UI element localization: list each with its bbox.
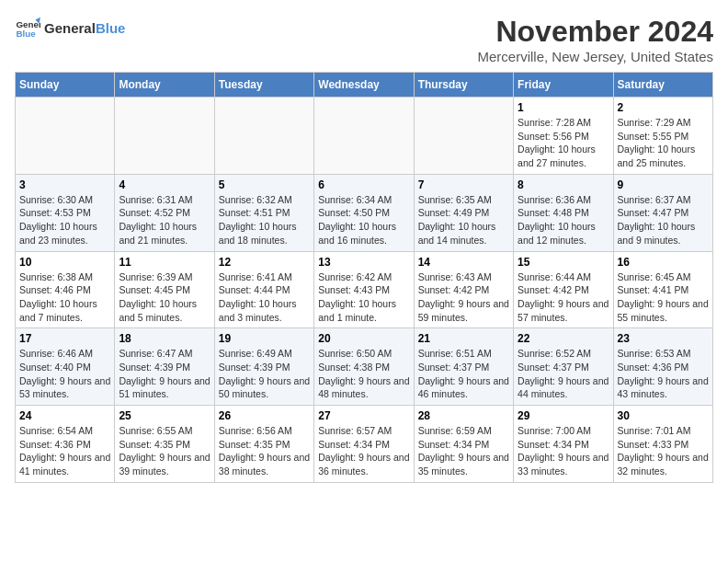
calendar-cell: 21Sunrise: 6:51 AM Sunset: 4:37 PM Dayli…	[414, 328, 513, 406]
day-number: 29	[518, 409, 609, 422]
column-header-saturday: Saturday	[613, 73, 712, 98]
day-info: Sunrise: 6:42 AM Sunset: 4:43 PM Dayligh…	[318, 270, 409, 325]
calendar-cell: 24Sunrise: 6:54 AM Sunset: 4:36 PM Dayli…	[16, 406, 115, 483]
logo-icon: General Blue	[15, 15, 40, 40]
day-number: 24	[19, 409, 110, 422]
logo-blue: Blue	[96, 20, 126, 36]
calendar-cell: 17Sunrise: 6:46 AM Sunset: 4:40 PM Dayli…	[16, 328, 115, 406]
calendar-cell: 7Sunrise: 6:35 AM Sunset: 4:49 PM Daylig…	[414, 174, 513, 251]
calendar-cell: 22Sunrise: 6:52 AM Sunset: 4:37 PM Dayli…	[514, 328, 613, 406]
calendar-cell: 9Sunrise: 6:37 AM Sunset: 4:47 PM Daylig…	[613, 174, 712, 251]
day-number: 15	[518, 256, 609, 269]
calendar-cell	[115, 98, 214, 175]
day-number: 27	[318, 409, 409, 422]
day-info: Sunrise: 6:55 AM Sunset: 4:35 PM Dayligh…	[119, 424, 210, 478]
day-number: 10	[19, 256, 110, 269]
calendar-cell: 27Sunrise: 6:57 AM Sunset: 4:34 PM Dayli…	[314, 406, 414, 483]
calendar-cell: 8Sunrise: 6:36 AM Sunset: 4:48 PM Daylig…	[514, 174, 613, 251]
calendar-cell: 5Sunrise: 6:32 AM Sunset: 4:51 PM Daylig…	[214, 174, 313, 251]
day-info: Sunrise: 6:35 AM Sunset: 4:49 PM Dayligh…	[418, 193, 509, 247]
day-info: Sunrise: 7:00 AM Sunset: 4:34 PM Dayligh…	[518, 424, 609, 478]
day-number: 30	[618, 409, 709, 422]
day-number: 7	[418, 178, 509, 191]
calendar-header-row: SundayMondayTuesdayWednesdayThursdayFrid…	[16, 73, 713, 98]
day-info: Sunrise: 6:38 AM Sunset: 4:46 PM Dayligh…	[19, 270, 110, 325]
day-info: Sunrise: 6:39 AM Sunset: 4:45 PM Dayligh…	[119, 270, 210, 325]
column-header-monday: Monday	[115, 73, 214, 98]
calendar-cell	[16, 98, 115, 175]
day-info: Sunrise: 6:50 AM Sunset: 4:38 PM Dayligh…	[318, 347, 409, 401]
day-info: Sunrise: 6:36 AM Sunset: 4:48 PM Dayligh…	[518, 193, 609, 247]
calendar-cell: 10Sunrise: 6:38 AM Sunset: 4:46 PM Dayli…	[16, 251, 115, 328]
logo-general: General	[44, 20, 96, 36]
calendar-cell: 4Sunrise: 6:31 AM Sunset: 4:52 PM Daylig…	[115, 174, 214, 251]
day-info: Sunrise: 6:59 AM Sunset: 4:34 PM Dayligh…	[418, 424, 509, 478]
day-number: 4	[119, 178, 210, 191]
column-header-thursday: Thursday	[414, 73, 513, 98]
day-info: Sunrise: 6:49 AM Sunset: 4:39 PM Dayligh…	[219, 347, 310, 401]
day-number: 17	[19, 332, 110, 345]
calendar-cell: 18Sunrise: 6:47 AM Sunset: 4:39 PM Dayli…	[115, 328, 214, 406]
calendar-cell: 2Sunrise: 7:29 AM Sunset: 5:55 PM Daylig…	[613, 98, 712, 175]
day-number: 9	[618, 178, 709, 191]
day-info: Sunrise: 6:52 AM Sunset: 4:37 PM Dayligh…	[518, 347, 609, 401]
day-info: Sunrise: 6:31 AM Sunset: 4:52 PM Dayligh…	[119, 193, 210, 247]
logo: General Blue GeneralBlue	[15, 15, 125, 40]
day-info: Sunrise: 6:46 AM Sunset: 4:40 PM Dayligh…	[19, 347, 110, 401]
day-info: Sunrise: 6:53 AM Sunset: 4:36 PM Dayligh…	[618, 347, 709, 401]
column-header-wednesday: Wednesday	[314, 73, 414, 98]
calendar-cell: 14Sunrise: 6:43 AM Sunset: 4:42 PM Dayli…	[414, 251, 513, 328]
day-info: Sunrise: 7:29 AM Sunset: 5:55 PM Dayligh…	[618, 116, 709, 170]
column-header-friday: Friday	[514, 73, 613, 98]
day-number: 11	[119, 256, 210, 269]
column-header-tuesday: Tuesday	[214, 73, 313, 98]
calendar-cell: 13Sunrise: 6:42 AM Sunset: 4:43 PM Dayli…	[314, 251, 414, 328]
day-number: 8	[518, 178, 609, 191]
day-info: Sunrise: 6:51 AM Sunset: 4:37 PM Dayligh…	[418, 347, 509, 401]
day-info: Sunrise: 6:32 AM Sunset: 4:51 PM Dayligh…	[219, 193, 310, 247]
week-row-1: 1Sunrise: 7:28 AM Sunset: 5:56 PM Daylig…	[16, 98, 713, 175]
page-header: General Blue GeneralBlue November 2024 M…	[15, 15, 713, 64]
day-info: Sunrise: 6:54 AM Sunset: 4:36 PM Dayligh…	[19, 424, 110, 478]
day-number: 5	[219, 178, 310, 191]
day-number: 16	[618, 256, 709, 269]
calendar-cell	[414, 98, 513, 175]
calendar-cell: 11Sunrise: 6:39 AM Sunset: 4:45 PM Dayli…	[115, 251, 214, 328]
day-number: 22	[518, 332, 609, 345]
week-row-3: 10Sunrise: 6:38 AM Sunset: 4:46 PM Dayli…	[16, 251, 713, 328]
day-info: Sunrise: 6:56 AM Sunset: 4:35 PM Dayligh…	[219, 424, 310, 478]
day-number: 26	[219, 409, 310, 422]
calendar-cell	[314, 98, 414, 175]
calendar-cell: 25Sunrise: 6:55 AM Sunset: 4:35 PM Dayli…	[115, 406, 214, 483]
day-number: 18	[119, 332, 210, 345]
calendar-cell: 19Sunrise: 6:49 AM Sunset: 4:39 PM Dayli…	[214, 328, 313, 406]
calendar-cell: 6Sunrise: 6:34 AM Sunset: 4:50 PM Daylig…	[314, 174, 414, 251]
day-info: Sunrise: 7:28 AM Sunset: 5:56 PM Dayligh…	[518, 116, 609, 170]
day-number: 19	[219, 332, 310, 345]
day-info: Sunrise: 6:44 AM Sunset: 4:42 PM Dayligh…	[518, 270, 609, 325]
calendar-cell: 12Sunrise: 6:41 AM Sunset: 4:44 PM Dayli…	[214, 251, 313, 328]
calendar-cell: 29Sunrise: 7:00 AM Sunset: 4:34 PM Dayli…	[514, 406, 613, 483]
day-info: Sunrise: 6:34 AM Sunset: 4:50 PM Dayligh…	[318, 193, 409, 247]
month-title: November 2024	[478, 15, 713, 49]
day-number: 13	[318, 256, 409, 269]
calendar-cell: 15Sunrise: 6:44 AM Sunset: 4:42 PM Dayli…	[514, 251, 613, 328]
column-header-sunday: Sunday	[16, 73, 115, 98]
day-info: Sunrise: 6:45 AM Sunset: 4:41 PM Dayligh…	[618, 270, 709, 325]
day-number: 3	[19, 178, 110, 191]
day-info: Sunrise: 6:57 AM Sunset: 4:34 PM Dayligh…	[318, 424, 409, 478]
svg-text:Blue: Blue	[16, 29, 36, 39]
day-info: Sunrise: 6:30 AM Sunset: 4:53 PM Dayligh…	[19, 193, 110, 247]
day-number: 20	[318, 332, 409, 345]
calendar-cell: 28Sunrise: 6:59 AM Sunset: 4:34 PM Dayli…	[414, 406, 513, 483]
calendar-cell: 20Sunrise: 6:50 AM Sunset: 4:38 PM Dayli…	[314, 328, 414, 406]
calendar-cell	[214, 98, 313, 175]
week-row-2: 3Sunrise: 6:30 AM Sunset: 4:53 PM Daylig…	[16, 174, 713, 251]
day-number: 28	[418, 409, 509, 422]
day-number: 23	[618, 332, 709, 345]
calendar-table: SundayMondayTuesdayWednesdayThursdayFrid…	[15, 72, 713, 483]
day-number: 12	[219, 256, 310, 269]
day-number: 6	[318, 178, 409, 191]
day-info: Sunrise: 6:47 AM Sunset: 4:39 PM Dayligh…	[119, 347, 210, 401]
day-number: 1	[518, 101, 609, 114]
